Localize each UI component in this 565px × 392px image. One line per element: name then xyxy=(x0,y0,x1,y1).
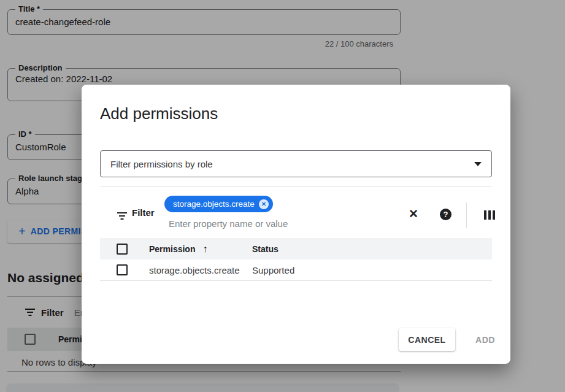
filter-icon xyxy=(117,211,128,222)
row-checkbox[interactable] xyxy=(117,264,128,275)
create-role-page: Title * create-changefeed-role 22 / 100 … xyxy=(0,0,565,392)
dialog-filter-bar: Filter storage.objects.create ✕ Enter pr… xyxy=(100,186,492,238)
select-all-checkbox[interactable] xyxy=(117,244,128,255)
dialog-table-header: Permission ↑ Status xyxy=(100,238,492,259)
help-icon[interactable]: ? xyxy=(440,209,452,220)
dialog-filter-label: Filter xyxy=(132,207,155,218)
column-display-options-icon[interactable] xyxy=(484,210,495,220)
divider xyxy=(466,202,467,228)
filter-permissions-by-role-dropdown[interactable]: Filter permissions by role xyxy=(100,150,492,177)
table-row[interactable]: storage.objects.create Supported xyxy=(100,259,492,281)
role-dropdown-placeholder: Filter permissions by role xyxy=(110,159,213,169)
chip-remove-icon[interactable]: ✕ xyxy=(259,199,269,209)
clear-filter-icon[interactable]: ✕ xyxy=(409,207,418,221)
row-permission-cell: storage.objects.create xyxy=(149,265,248,275)
dialog-filter-input[interactable]: Enter property name or value xyxy=(169,218,288,229)
filter-chip-label: storage.objects.create xyxy=(173,199,255,209)
add-button[interactable]: ADD xyxy=(468,328,502,351)
add-permissions-dialog: Add permissions Filter permissions by ro… xyxy=(82,85,510,364)
permission-column-header[interactable]: Permission ↑ xyxy=(149,244,241,255)
permission-column-label: Permission xyxy=(149,244,195,254)
status-column-header[interactable]: Status xyxy=(252,244,279,254)
filter-chip[interactable]: storage.objects.create ✕ xyxy=(164,196,273,212)
cancel-button[interactable]: CANCEL xyxy=(399,328,455,351)
chevron-down-icon xyxy=(474,162,482,166)
dialog-title: Add permissions xyxy=(100,104,218,123)
sort-ascending-icon: ↑ xyxy=(202,244,207,255)
row-status-cell: Supported xyxy=(252,265,294,275)
